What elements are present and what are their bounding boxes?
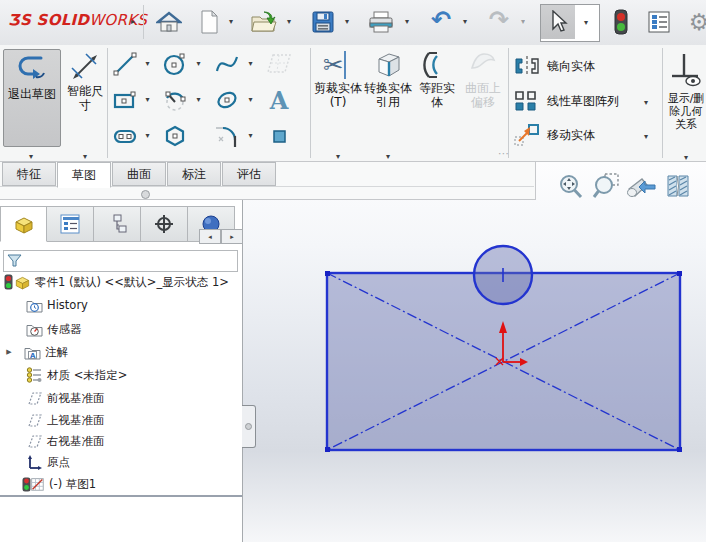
- tab-configuration-manager[interactable]: [94, 206, 141, 242]
- text-tool[interactable]: A: [264, 85, 294, 115]
- tab-property-manager[interactable]: [47, 206, 94, 242]
- print-dropdown[interactable]: ▾: [400, 6, 414, 38]
- smart-dimension-button[interactable]: 智能尺寸: [64, 49, 106, 145]
- graphics-area[interactable]: [243, 162, 706, 542]
- redo-button[interactable]: ↷: [484, 6, 514, 38]
- select-button[interactable]: [541, 5, 575, 39]
- save-dropdown[interactable]: ▾: [340, 6, 354, 38]
- select-dropdown[interactable]: ▾: [575, 5, 597, 41]
- options-list-button[interactable]: [646, 6, 672, 38]
- ribbon-overflow-dots[interactable]: ⋯: [498, 147, 510, 160]
- polygon-tool[interactable]: [160, 121, 190, 151]
- line-tool[interactable]: [110, 49, 140, 79]
- open-button[interactable]: [248, 6, 280, 38]
- redo-dropdown[interactable]: ▾: [516, 6, 530, 38]
- move-entities-button[interactable]: 移动实体: [513, 123, 595, 147]
- svg-text:A: A: [30, 352, 36, 360]
- tab-surfaces[interactable]: 曲面: [112, 162, 166, 186]
- mirror-entities-button[interactable]: 镜向实体: [513, 55, 595, 77]
- section-view-button[interactable]: [662, 170, 694, 202]
- tree-filter-input[interactable]: [25, 252, 237, 270]
- tree-item-sensors[interactable]: 传感器: [26, 318, 266, 340]
- open-dropdown[interactable]: ▾: [282, 6, 296, 38]
- tab-dimxpert-manager[interactable]: [141, 206, 188, 242]
- rectangle-tool[interactable]: [110, 85, 140, 115]
- section-view-icon: [664, 172, 692, 200]
- ellipse-tool[interactable]: [212, 85, 242, 115]
- ellipse-dropdown[interactable]: ▾: [244, 85, 257, 115]
- tab-features[interactable]: 特征: [2, 162, 56, 186]
- convert-entities-button[interactable]: 转换实体引用: [364, 49, 412, 145]
- sketch-circle[interactable]: [474, 246, 532, 304]
- tab-markup[interactable]: 标注: [167, 162, 221, 186]
- circle-tool[interactable]: [160, 49, 190, 79]
- spline-dropdown[interactable]: ▾: [244, 49, 257, 79]
- undo-button[interactable]: ↶: [426, 6, 456, 38]
- panel-tab-scroll-left[interactable]: ◂: [199, 229, 221, 244]
- home-button[interactable]: [152, 6, 186, 38]
- fillet-dropdown[interactable]: ▾: [244, 121, 257, 151]
- tree-item-front-plane[interactable]: 前视基准面: [26, 387, 266, 409]
- undo-icon: ↶: [431, 6, 451, 34]
- print-button[interactable]: [364, 6, 398, 38]
- new-document-dropdown[interactable]: ▾: [224, 6, 238, 38]
- menu-expander-icon[interactable]: ▸: [126, 6, 140, 38]
- circle-dropdown[interactable]: ▾: [192, 49, 205, 79]
- line-icon: [112, 51, 138, 77]
- tree-splitter[interactable]: [0, 495, 242, 497]
- trim-entities-button[interactable]: ✂ 剪裁实体(T): [314, 49, 362, 145]
- arc-dropdown[interactable]: ▾: [192, 85, 205, 115]
- rectangle-dropdown[interactable]: ▾: [141, 85, 154, 115]
- tab-sketch[interactable]: 草图: [57, 162, 111, 188]
- linear-pattern-button[interactable]: 线性草图阵列: [513, 89, 619, 113]
- fillet-icon: [214, 123, 240, 149]
- settings-button[interactable]: ⚙: [684, 6, 706, 38]
- home-icon: [156, 10, 182, 34]
- arc-tool[interactable]: [160, 85, 190, 115]
- exit-sketch-button[interactable]: 退出草图: [3, 49, 61, 147]
- convert-dropdown[interactable]: ▾: [364, 148, 412, 162]
- point-icon: [266, 123, 292, 149]
- slot-tool[interactable]: [110, 121, 140, 151]
- tree-item-material[interactable]: 材质 <未指定>: [26, 364, 266, 386]
- display-relations-button[interactable]: 显示/删除几何关系: [665, 50, 706, 131]
- tree-item-right-plane[interactable]: 右视基准面: [26, 430, 266, 452]
- tree-item-history[interactable]: History: [26, 294, 266, 316]
- offset-entities-button[interactable]: 等距实体: [414, 49, 460, 145]
- save-button[interactable]: [308, 6, 338, 38]
- sketch-canvas[interactable]: [243, 162, 706, 542]
- rebuild-button[interactable]: [610, 6, 632, 38]
- tab-feature-tree[interactable]: [0, 206, 47, 242]
- point-tool[interactable]: [264, 121, 294, 151]
- fillet-tool[interactable]: [212, 121, 242, 151]
- slot-dropdown[interactable]: ▾: [141, 121, 154, 151]
- zoom-to-area-button[interactable]: [590, 170, 622, 202]
- exit-sketch-dropdown[interactable]: ▾: [3, 148, 59, 162]
- move-entities-dropdown[interactable]: ▾: [644, 128, 648, 142]
- line-dropdown[interactable]: ▾: [141, 49, 154, 79]
- ribbon-collapse-handle[interactable]: [141, 190, 150, 199]
- surface-offset-button[interactable]: 曲面上偏移: [460, 49, 506, 145]
- undo-dropdown[interactable]: ▾: [458, 6, 472, 38]
- zoom-to-fit-button[interactable]: [554, 170, 586, 202]
- history-folder-icon: [26, 298, 43, 313]
- linear-pattern-icon: [513, 89, 541, 113]
- tab-evaluate[interactable]: 评估: [222, 162, 276, 186]
- smart-dimension-dropdown[interactable]: ▾: [64, 148, 106, 162]
- panel-tab-scroll-right[interactable]: ▸: [221, 229, 243, 244]
- expand-caret-icon[interactable]: ▶: [4, 348, 14, 356]
- annotations-folder-icon: A: [24, 345, 41, 360]
- panel-collapse-handle[interactable]: [242, 405, 256, 448]
- tree-item-origin[interactable]: 原点: [26, 451, 266, 473]
- tree-item-top-plane[interactable]: 上视基准面: [26, 409, 266, 431]
- linear-pattern-dropdown[interactable]: ▾: [644, 94, 648, 108]
- tree-item-annotations[interactable]: ▶ A 注解: [4, 341, 244, 363]
- previous-view-button[interactable]: [626, 170, 658, 202]
- tree-root-part[interactable]: 零件1 (默认) <<默认>_显示状态 1>: [4, 271, 244, 293]
- tree-item-sketch1[interactable]: (-) 草图1: [22, 473, 262, 495]
- trim-dropdown[interactable]: ▾: [314, 148, 362, 162]
- new-document-button[interactable]: [196, 6, 222, 38]
- display-relations-dropdown[interactable]: ▾: [665, 149, 706, 163]
- spline-tool[interactable]: [212, 49, 242, 79]
- sketch-picture-tool[interactable]: [264, 49, 294, 79]
